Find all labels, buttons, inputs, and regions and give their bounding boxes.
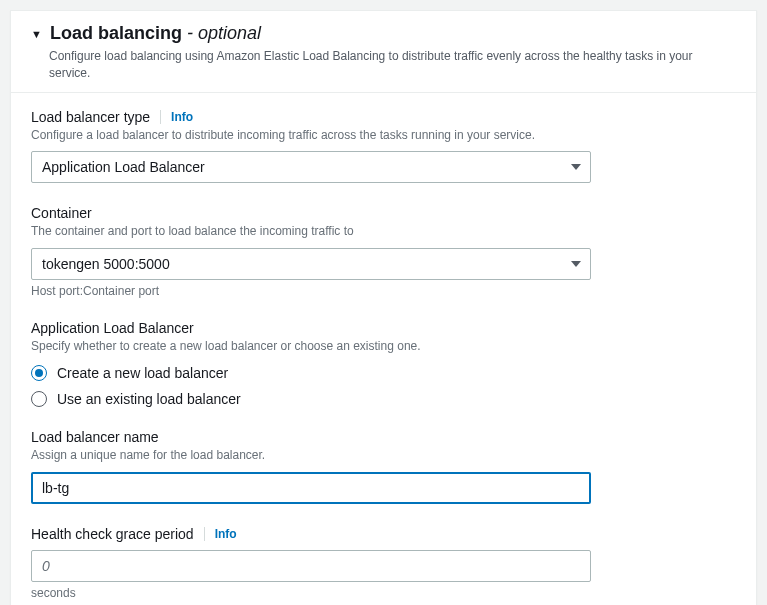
health-check-label: Health check grace period	[31, 526, 194, 542]
container-value: tokengen 5000:5000	[42, 256, 170, 272]
panel-title-dash: -	[182, 23, 198, 43]
panel-header: ▼ Load balancing - optional Configure lo…	[11, 11, 756, 92]
health-check-info-link[interactable]: Info	[215, 527, 237, 541]
alb-section-label: Application Load Balancer	[31, 320, 194, 336]
health-check-input[interactable]	[31, 550, 591, 582]
container-label: Container	[31, 205, 92, 221]
alb-section-description: Specify whether to create a new load bal…	[31, 338, 736, 355]
health-check-unit: seconds	[31, 586, 736, 600]
panel-title-optional: optional	[198, 23, 261, 43]
radio-use-existing-lb[interactable]: Use an existing load balancer	[31, 391, 736, 407]
radio-icon	[31, 391, 47, 407]
load-balancing-panel: ▼ Load balancing - optional Configure lo…	[10, 10, 757, 605]
field-lb-type: Load balancer type Info Configure a load…	[31, 109, 736, 184]
lb-name-description: Assign a unique name for the load balanc…	[31, 447, 736, 464]
panel-header-toggle[interactable]: ▼ Load balancing - optional	[31, 23, 736, 44]
field-alb-choice: Application Load Balancer Specify whethe…	[31, 320, 736, 407]
panel-body: Load balancer type Info Configure a load…	[11, 92, 756, 605]
lb-type-select[interactable]: Application Load Balancer	[31, 151, 591, 183]
lb-type-description: Configure a load balancer to distribute …	[31, 127, 736, 144]
caret-down-icon: ▼	[31, 28, 42, 40]
panel-description: Configure load balancing using Amazon El…	[49, 48, 736, 82]
radio-create-label: Create a new load balancer	[57, 365, 228, 381]
radio-existing-label: Use an existing load balancer	[57, 391, 241, 407]
radio-icon	[31, 365, 47, 381]
panel-title-main: Load balancing	[50, 23, 182, 43]
container-description: The container and port to load balance t…	[31, 223, 736, 240]
lb-type-label: Load balancer type	[31, 109, 150, 125]
panel-title: Load balancing - optional	[50, 23, 261, 44]
lb-type-value: Application Load Balancer	[42, 159, 205, 175]
lb-name-label: Load balancer name	[31, 429, 159, 445]
container-select[interactable]: tokengen 5000:5000	[31, 248, 591, 280]
radio-create-new-lb[interactable]: Create a new load balancer	[31, 365, 736, 381]
lb-type-info-link[interactable]: Info	[171, 110, 193, 124]
lb-name-input[interactable]	[31, 472, 591, 504]
divider	[204, 527, 205, 541]
field-container: Container The container and port to load…	[31, 205, 736, 298]
divider	[160, 110, 161, 124]
field-health-check: Health check grace period Info seconds	[31, 526, 736, 600]
container-hint: Host port:Container port	[31, 284, 736, 298]
field-lb-name: Load balancer name Assign a unique name …	[31, 429, 736, 504]
